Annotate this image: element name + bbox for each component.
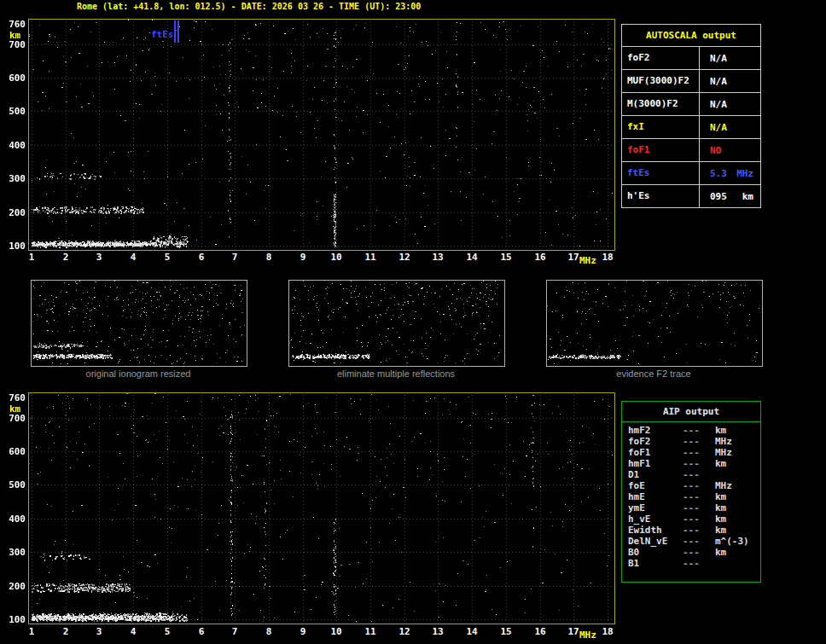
x-axis-tick: 5 (158, 627, 177, 636)
parameter-value: N/A (700, 70, 760, 92)
aip-table-rows: hmF2---kmfoF2---MHzfoF1---MHzhmF1---kmD1… (622, 422, 760, 569)
thumbnail-original-ionogram (31, 280, 247, 367)
x-axis-tick: 9 (294, 627, 312, 636)
parameter-name: DelN_vE (628, 536, 683, 547)
y-axis-tick: 500 (3, 107, 26, 116)
parameter-name: B1 (628, 558, 683, 569)
x-axis-tick: 12 (395, 627, 414, 636)
aip-table-title: AIP output (622, 402, 760, 422)
aip-row-foe: foE---MHz (622, 480, 760, 491)
y-axis-unit-label: km (9, 31, 20, 40)
parameter-unit: MHz (715, 447, 760, 458)
parameter-value: --- (683, 491, 715, 502)
x-axis-tick: 2 (56, 627, 75, 636)
parameter-unit: km (715, 502, 760, 513)
y-axis-tick: 700 (3, 40, 26, 49)
parameter-value: --- (683, 547, 715, 558)
thumbnail-multiple-reflections (288, 280, 505, 367)
x-axis-tick: 10 (327, 627, 346, 636)
y-axis-tick: 400 (3, 514, 26, 524)
x-axis-tick: 7 (225, 627, 244, 636)
value-text: N/A (710, 99, 727, 110)
thumbnail-original-canvas (32, 281, 245, 364)
parameter-value: N/A (700, 47, 760, 69)
parameter-name: hmF2 (628, 425, 683, 436)
ftes-marker-line (177, 20, 179, 43)
x-axis-tick: 6 (192, 252, 211, 262)
parameter-name: hmE (628, 491, 683, 502)
aip-row-b0: B0---km (622, 547, 760, 558)
thumbnail-caption-f2: evidence F2 trace (546, 368, 761, 379)
parameter-name: ftEs (622, 162, 700, 184)
value-text: N/A (710, 122, 727, 133)
x-axis-tick: 4 (124, 627, 143, 636)
x-axis-tick: 11 (361, 252, 380, 262)
autoscala-row-m3000f2: M(3000)F2N/A (622, 92, 760, 115)
parameter-unit: km (715, 458, 760, 469)
ionogram-bottom-canvas (29, 393, 613, 622)
parameter-unit: MHz (715, 436, 760, 447)
parameter-value: --- (683, 480, 715, 491)
aip-row-hve: h_vE---km (622, 513, 760, 525)
x-axis-tick: 4 (124, 252, 143, 262)
parameter-name: ymE (628, 502, 683, 513)
value-text: N/A (710, 76, 727, 87)
x-axis-tick: 16 (531, 627, 550, 636)
x-axis-tick: 12 (395, 252, 414, 262)
parameter-unit (715, 469, 760, 480)
x-axis-tick: 3 (90, 252, 108, 262)
x-axis-tick: 10 (327, 252, 346, 262)
ionogram-top-canvas (29, 20, 613, 248)
parameter-unit: km (715, 525, 760, 536)
aip-row-hmf2: hmF2---km (622, 425, 760, 436)
unit-text: km (742, 191, 753, 202)
y-axis-tick: 760 (3, 20, 26, 29)
parameter-value: 095km (700, 185, 760, 207)
x-axis-tick: 1 (22, 627, 41, 636)
ionogram-plot-top (28, 19, 615, 251)
parameter-value: --- (683, 469, 715, 480)
parameter-name: M(3000)F2 (622, 93, 700, 115)
x-axis-tick: 6 (192, 627, 211, 636)
x-axis-tick: 13 (428, 252, 447, 262)
parameter-value: --- (683, 513, 715, 525)
x-axis-tick: 15 (497, 627, 515, 636)
x-axis-tick: 2 (56, 252, 75, 262)
y-axis-tick: 300 (3, 548, 26, 557)
x-axis-unit-label: MHz (579, 256, 596, 265)
parameter-name: h'Es (622, 185, 700, 207)
x-axis-tick: 9 (294, 252, 312, 262)
autoscala-row-fof1: foF1NO (622, 138, 760, 161)
y-axis-tick: 100 (3, 241, 26, 251)
y-axis-tick: 200 (3, 208, 26, 218)
aip-row-b1: B1--- (622, 558, 760, 569)
x-axis-tick: 5 (158, 252, 177, 262)
value-text: 095 (710, 191, 727, 202)
parameter-name: foF2 (628, 436, 683, 447)
x-axis-tick: 15 (497, 252, 515, 262)
aip-row-fof1: foF1---MHz (622, 447, 760, 458)
aip-row-hme: hmE---km (622, 491, 760, 502)
parameter-value: --- (683, 458, 715, 469)
value-text: 5.3 (710, 168, 727, 179)
autoscala-row-fof2: foF2N/A (622, 46, 760, 69)
x-axis-tick: 8 (259, 252, 278, 262)
autoscala-row-muf3000f2: MUF(3000)F2N/A (622, 69, 760, 92)
station-date-title: Rome (lat: +41.8, lon: 012.5) - DATE: 20… (77, 2, 421, 11)
parameter-name: foF1 (622, 139, 700, 161)
y-axis-tick: 100 (3, 615, 26, 624)
parameter-name: Ewidth (628, 525, 683, 536)
parameter-name: D1 (628, 469, 683, 480)
parameter-unit: km (715, 547, 760, 558)
y-axis-tick: 760 (3, 393, 26, 403)
parameter-name: hmF1 (628, 458, 683, 469)
y-axis-tick: 400 (3, 141, 26, 150)
x-axis-tick: 7 (225, 252, 244, 262)
x-axis-tick: 14 (462, 252, 481, 262)
x-axis-tick: 13 (428, 627, 447, 636)
parameter-name: MUF(3000)F2 (622, 70, 700, 92)
y-axis-unit-label: km (9, 404, 20, 414)
autoscala-row-ftes: ftEs5.3MHz (622, 161, 760, 184)
autoscala-table-rows: foF2N/AMUF(3000)F2N/AM(3000)F2N/AfxIN/Af… (622, 46, 760, 207)
parameter-name: foF1 (628, 447, 683, 458)
